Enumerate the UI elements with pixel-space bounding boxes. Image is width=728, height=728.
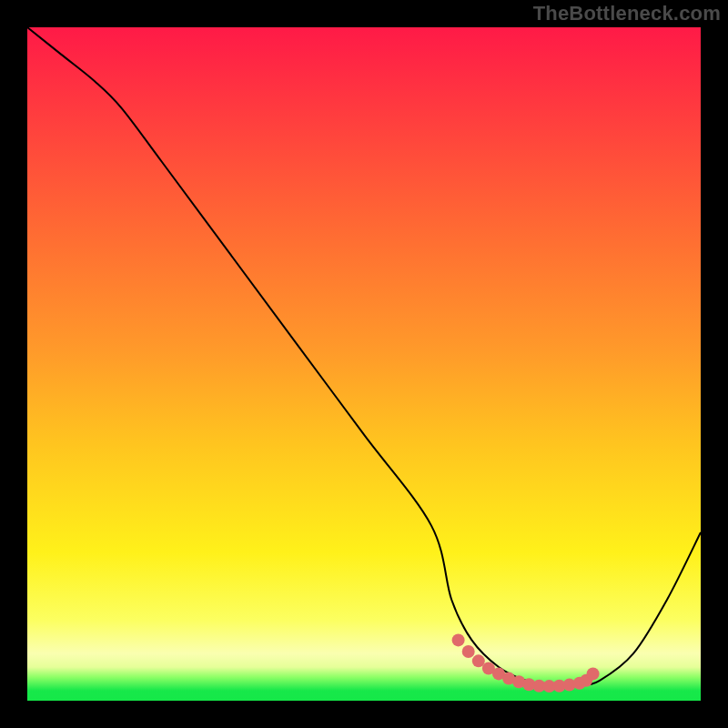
chart-frame: TheBottleneck.com bbox=[0, 0, 728, 728]
marker-dot bbox=[587, 667, 600, 680]
watermark-label: TheBottleneck.com bbox=[533, 2, 721, 25]
plot-area bbox=[27, 27, 701, 701]
marker-dot bbox=[462, 645, 475, 658]
marker-dot bbox=[452, 633, 465, 646]
gradient-background bbox=[27, 27, 701, 701]
bottleneck-chart bbox=[27, 27, 701, 701]
